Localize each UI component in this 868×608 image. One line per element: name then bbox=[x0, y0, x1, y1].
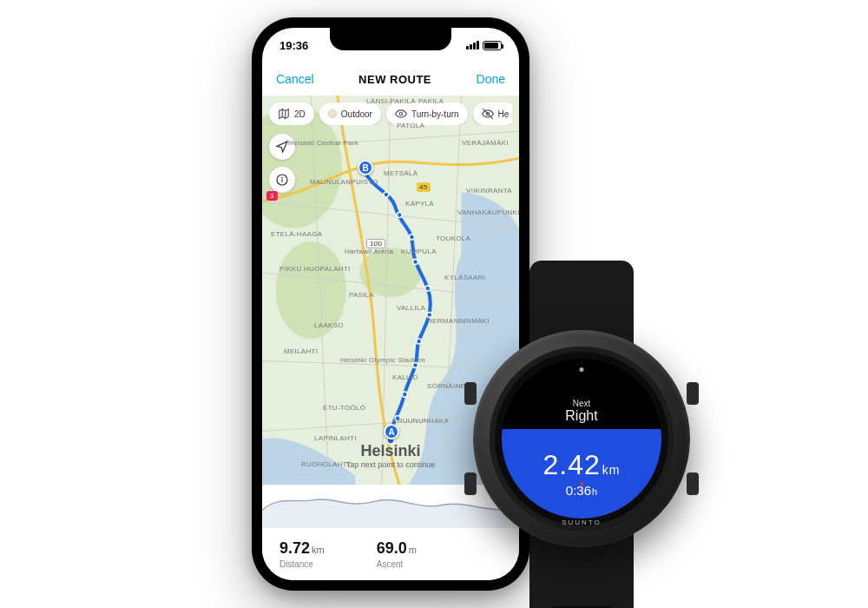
map-chips-row: 2D Outdoor Turn-by-turn He bbox=[269, 102, 512, 125]
distance-unit: km bbox=[312, 545, 325, 555]
done-button[interactable]: Done bbox=[477, 72, 505, 86]
nav-bar: Cancel NEW ROUTE Done bbox=[262, 63, 519, 96]
watch-button[interactable] bbox=[464, 382, 477, 405]
info-button[interactable] bbox=[269, 167, 295, 193]
svg-point-12 bbox=[409, 235, 414, 240]
location-arrow-icon bbox=[275, 140, 289, 154]
watch-case: Next Right 2.42km 0:36h SUUNTO bbox=[473, 330, 690, 547]
watch-distance-value: 2.42 bbox=[543, 449, 601, 480]
svg-point-2 bbox=[276, 241, 346, 339]
svg-point-16 bbox=[399, 112, 403, 116]
ascent-label: Ascent bbox=[377, 559, 417, 569]
watch-button[interactable] bbox=[687, 382, 699, 405]
locate-me-button[interactable] bbox=[269, 134, 295, 160]
chip-2d[interactable]: 2D bbox=[269, 102, 314, 125]
watch-bezel: Next Right 2.42km 0:36h bbox=[490, 347, 674, 531]
watch-face[interactable]: Next Right 2.42km 0:36h bbox=[502, 359, 661, 519]
chip-heatmap[interactable]: He bbox=[473, 102, 512, 125]
stat-ascent: 69.0m Ascent bbox=[377, 539, 417, 569]
chip-outdoor-label: Outdoor bbox=[341, 109, 372, 119]
svg-point-9 bbox=[427, 312, 432, 317]
stat-distance: 9.72km Distance bbox=[279, 539, 325, 569]
distance-value: 9.72 bbox=[279, 539, 310, 557]
watch-top-marker-icon bbox=[580, 367, 584, 372]
ascent-unit: m bbox=[409, 545, 417, 555]
battery-icon bbox=[483, 41, 502, 50]
svg-point-11 bbox=[412, 259, 418, 264]
svg-point-10 bbox=[425, 286, 431, 291]
chip-heatmap-label: He bbox=[498, 109, 510, 119]
svg-point-13 bbox=[397, 212, 402, 217]
chip-turnbyturn-label: Turn-by-turn bbox=[411, 109, 459, 119]
signal-icon bbox=[466, 41, 479, 50]
svg-point-8 bbox=[417, 339, 422, 344]
ascent-value: 69.0 bbox=[377, 539, 407, 557]
svg-point-14 bbox=[384, 192, 389, 197]
chip-2d-label: 2D bbox=[294, 109, 306, 119]
watch-time-unit: h bbox=[592, 486, 597, 497]
watch-button[interactable] bbox=[464, 473, 477, 495]
cancel-button[interactable]: Cancel bbox=[276, 72, 314, 86]
route-point-a[interactable]: A bbox=[384, 424, 399, 439]
route-point-b[interactable]: B bbox=[358, 160, 373, 175]
chip-outdoor[interactable]: Outdoor bbox=[319, 102, 381, 125]
watch-next-label: Next bbox=[573, 399, 591, 408]
eye-icon bbox=[395, 108, 407, 120]
watch-brand: SUUNTO bbox=[562, 519, 602, 526]
svg-point-6 bbox=[402, 392, 407, 397]
svg-point-21 bbox=[282, 177, 283, 178]
chip-turnbyturn[interactable]: Turn-by-turn bbox=[386, 102, 468, 125]
svg-point-7 bbox=[412, 362, 418, 367]
watch-device: Next Right 2.42km 0:36h SUUNTO bbox=[451, 295, 712, 608]
watch-button[interactable] bbox=[687, 473, 699, 495]
svg-point-5 bbox=[395, 416, 400, 421]
map-2d-icon bbox=[278, 108, 290, 120]
page-title: NEW ROUTE bbox=[358, 73, 431, 86]
brand-dot-icon bbox=[580, 482, 583, 486]
distance-label: Distance bbox=[279, 559, 325, 569]
watch-distance-unit: km bbox=[602, 463, 621, 477]
status-time: 19:36 bbox=[279, 39, 308, 52]
watch-time-value: 0:36 bbox=[566, 483, 591, 498]
eye-off-icon bbox=[482, 108, 494, 120]
watch-direction: Right bbox=[565, 408, 597, 424]
outdoor-color-icon bbox=[328, 109, 337, 118]
info-icon bbox=[275, 173, 289, 187]
phone-notch bbox=[330, 28, 451, 50]
